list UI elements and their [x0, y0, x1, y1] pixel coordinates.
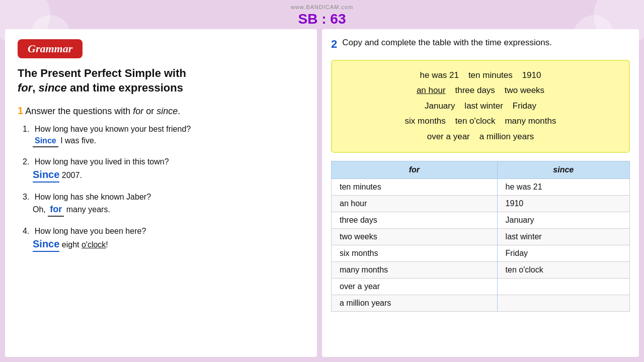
- cell-since: January: [497, 212, 629, 228]
- question-1: 1. How long have you known your best fri…: [23, 124, 304, 147]
- right-panel: 2 Copy and complete the table with the t…: [322, 29, 639, 357]
- cell-for: six months: [332, 245, 498, 261]
- cell-since: Friday: [497, 245, 629, 261]
- table-row: six monthsFriday: [332, 245, 630, 261]
- section1-title: 1 Answer the questions with for or since…: [18, 105, 304, 117]
- question-2: 2. How long have you lived in this town?…: [23, 156, 304, 183]
- cell-for: an hour: [332, 195, 498, 212]
- table-row: an hour1910: [332, 195, 630, 212]
- header-for: for: [332, 161, 498, 178]
- answer-4: Since: [33, 237, 59, 252]
- main-container: Grammar The Present Perfect Simple with …: [5, 29, 639, 357]
- word-box: he was 21 ten minutes 1910 an hour three…: [331, 60, 630, 153]
- question-3: 3. How long has she known Jaber? Oh, for…: [23, 192, 304, 217]
- section1-num: 1: [18, 105, 23, 116]
- table-row: a million years: [332, 295, 630, 311]
- instruction-num: 2: [331, 37, 337, 52]
- table-row: many monthsten o'clock: [332, 261, 630, 278]
- table-body: ten minuteshe was 21an hour1910three day…: [332, 178, 630, 311]
- cell-for: a million years: [332, 295, 498, 311]
- instruction-row: 2 Copy and complete the table with the t…: [331, 37, 630, 52]
- questions-list: 1. How long have you known your best fri…: [18, 124, 304, 252]
- instruction-text: Copy and complete the table with the tim…: [342, 37, 552, 49]
- section1-text: Answer the questions with for or since.: [25, 106, 180, 116]
- table-row: ten minuteshe was 21: [332, 178, 630, 195]
- watermark: www.BANDICAM.com: [291, 4, 353, 10]
- grammar-table: for since ten minuteshe was 21an hour191…: [331, 161, 630, 312]
- answer-3: for: [48, 203, 64, 217]
- cell-since: [497, 278, 629, 295]
- sb-title: SB : 63: [298, 11, 346, 27]
- header-since: since: [497, 161, 629, 178]
- cell-for: many months: [332, 261, 498, 278]
- answer-2: Since: [33, 167, 59, 183]
- grammar-badge: Grammar: [18, 39, 83, 58]
- left-panel: Grammar The Present Perfect Simple with …: [5, 29, 317, 357]
- main-heading: The Present Perfect Simple with for, sin…: [18, 66, 304, 95]
- cell-since: [497, 295, 629, 311]
- cell-since: ten o'clock: [497, 261, 629, 278]
- cell-for: ten minutes: [332, 178, 498, 195]
- cell-for: over a year: [332, 278, 498, 295]
- cell-for: two weeks: [332, 228, 498, 245]
- cell-since: last winter: [497, 228, 629, 245]
- table-row: two weekslast winter: [332, 228, 630, 245]
- table-row: three daysJanuary: [332, 212, 630, 228]
- cell-since: he was 21: [497, 178, 629, 195]
- question-4: 4. How long have you been here? Since ei…: [23, 226, 304, 252]
- cell-for: three days: [332, 212, 498, 228]
- table-row: over a year: [332, 278, 630, 295]
- answer-1: Since: [33, 135, 58, 147]
- table-header-row: for since: [332, 161, 630, 178]
- cell-since: 1910: [497, 195, 629, 212]
